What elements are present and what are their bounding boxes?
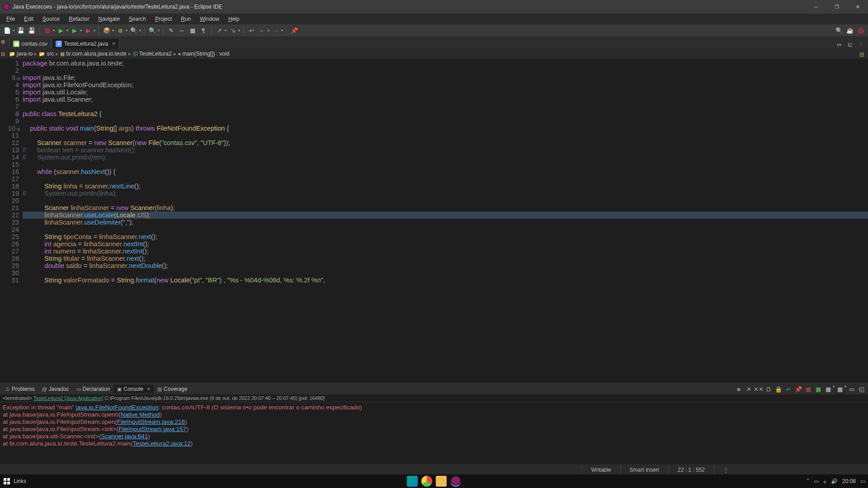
view-tab-coverage[interactable]: ▨Coverage	[154, 385, 191, 393]
code-line[interactable]	[23, 197, 868, 204]
code-line[interactable]	[23, 269, 868, 277]
tray-notifications-icon[interactable]: ▭	[860, 478, 865, 484]
breadcrumb-java-io[interactable]: 📁java-io	[9, 51, 33, 57]
code-line[interactable]: String titular = linhaScanner.next();	[23, 255, 868, 262]
stacktrace-link[interactable]: FileInputStream.java:216	[117, 418, 185, 425]
code-line[interactable]: // System.out.println(linha);	[23, 190, 868, 197]
breadcrumb-main-string-void[interactable]: ●main(String[]) : void	[178, 51, 230, 57]
menu-project[interactable]: Project	[151, 15, 175, 23]
console-stop-icon[interactable]: ■	[734, 385, 743, 394]
console-remove-icon[interactable]: ✕	[744, 385, 753, 394]
quick-access-icon[interactable]: 🔍	[835, 26, 844, 35]
minimize-button[interactable]: ─	[806, 0, 826, 14]
code-line[interactable]: import java.util.Locale;	[23, 89, 868, 96]
code-editor[interactable]: 123⊖45678910⊖111213141516171819202122232…	[0, 59, 868, 383]
new-class-icon[interactable]: ⊕	[116, 26, 125, 35]
view-tab-problems[interactable]: ⚠Problems	[2, 385, 38, 393]
menu-search[interactable]: Search	[125, 15, 150, 23]
breadcrumb-testeleitura2[interactable]: ⒸTesteLeitura2	[133, 51, 172, 57]
code-line[interactable]	[23, 103, 868, 110]
tray-volume-icon[interactable]: 🔊	[831, 478, 838, 484]
code-line[interactable]: Scanner scanner = new Scanner(new File("…	[23, 139, 868, 146]
block-sel-icon[interactable]: ▦	[188, 26, 197, 35]
console-wrap-icon[interactable]: ↵	[784, 385, 793, 394]
code-line[interactable]: import java.io.File;	[23, 74, 868, 81]
next-annotation-icon[interactable]: ↗	[215, 26, 224, 35]
console-display-icon[interactable]: ▦	[824, 385, 833, 394]
console-scroll-lock-icon[interactable]: 🔒	[774, 385, 783, 394]
console-open-icon[interactable]: ▦	[814, 385, 823, 394]
menu-refactor[interactable]: Refactor	[65, 15, 93, 23]
code-line[interactable]: String valorFormatado = String.format(ne…	[23, 277, 868, 284]
code-line[interactable]: String linha = scanner.nextLine();	[23, 183, 868, 190]
console-clear-icon[interactable]: 🗋	[764, 385, 773, 394]
breadcrumb-src[interactable]: 📂src	[39, 51, 54, 57]
view-tab-declaration[interactable]: ▭Declaration	[73, 385, 114, 393]
tab-close-icon[interactable]: ×	[147, 386, 150, 392]
code-line[interactable]	[23, 175, 868, 183]
breadcrumb-br-com-alura-java-io-teste[interactable]: ▦br.com.alura.java.io.teste	[60, 51, 126, 57]
console-pin-icon[interactable]: 📌	[794, 385, 803, 394]
menu-run[interactable]: Run	[177, 15, 194, 23]
last-edit-icon[interactable]: ↩	[247, 26, 256, 35]
menu-navigate[interactable]: Navigate	[94, 15, 123, 23]
taskbar-app-explorer[interactable]	[436, 476, 447, 487]
search-icon[interactable]: 🔍	[148, 26, 157, 35]
code-line[interactable]: // boolean tem = scanner.hasNext();	[23, 146, 868, 154]
open-type-icon[interactable]: 🔍	[129, 26, 138, 35]
breadcrumb-toggle-icon[interactable]: ⊟	[1, 51, 5, 57]
maximize-view-icon[interactable]: ◱	[845, 40, 854, 49]
stacktrace-link[interactable]: TesteLeitura2.java:12	[132, 440, 190, 447]
saveall-icon[interactable]: 💾	[27, 26, 36, 35]
menu-file[interactable]: File	[3, 15, 19, 23]
stacktrace-link[interactable]: java.io.FileNotFoundException	[76, 404, 159, 411]
back-icon[interactable]: ←	[258, 26, 267, 35]
menu-edit[interactable]: Edit	[20, 15, 37, 23]
view-tab-javadoc[interactable]: @Javadoc	[38, 385, 73, 393]
view-max-icon[interactable]: ◱	[857, 385, 866, 394]
console-process-link[interactable]: TesteLeitura2 [Java Application]	[33, 395, 104, 401]
prev-annotation-icon[interactable]: ↘	[228, 26, 237, 35]
tab-close-icon[interactable]: ×	[112, 41, 115, 47]
code-line[interactable]: int numero = linhaScanner.nextInt();	[23, 248, 868, 255]
editor-tab-testeleitura2-java[interactable]: JTesteLeitura2.java×	[52, 38, 119, 49]
pin-icon[interactable]: 📌	[290, 26, 299, 35]
code-line[interactable]: import java.io.FileNotFoundException;	[23, 81, 868, 89]
code-line[interactable]	[23, 67, 868, 74]
link-editor-icon[interactable]: ⊟	[857, 50, 866, 59]
code-line[interactable]: // System.out.println(tem);	[23, 154, 868, 161]
perspective-debug-icon[interactable]: 🐞	[856, 26, 865, 35]
new-package-icon[interactable]: 📦	[102, 26, 111, 35]
debug-icon[interactable]: 🐞	[43, 26, 52, 35]
code-line[interactable]	[23, 226, 868, 233]
menu-window[interactable]: Window	[196, 15, 223, 23]
view-min-icon[interactable]: ▭	[847, 385, 856, 394]
wand-icon[interactable]: ✎	[166, 26, 175, 35]
coverage-icon[interactable]: ▶	[70, 26, 79, 35]
console-show-sel-icon[interactable]: ▦	[804, 385, 813, 394]
menu-source[interactable]: Source	[39, 15, 63, 23]
tray-battery-icon[interactable]: ▭	[814, 478, 819, 484]
code-line[interactable]: package br.com.alura.java.io.teste;	[23, 60, 868, 67]
code-line[interactable]: linhaScanner.useLocale(Locale.US);	[23, 211, 868, 219]
new-icon[interactable]: 📄	[3, 26, 12, 35]
taskbar-app-eclipse[interactable]	[450, 476, 461, 487]
ext-tools-icon[interactable]: ▶	[84, 26, 93, 35]
code-line[interactable]: import java.util.Scanner;	[23, 96, 868, 103]
package-explorer-icon[interactable]: ⊞	[1, 39, 5, 45]
maximize-button[interactable]: ❐	[826, 0, 847, 14]
code-line[interactable]	[23, 161, 868, 168]
perspective-java-icon[interactable]: ☕	[845, 26, 854, 35]
close-button[interactable]: ✕	[847, 0, 868, 14]
console-output[interactable]: Exception in thread "main" java.io.FileN…	[0, 402, 868, 465]
console-new-icon[interactable]: ▦	[835, 385, 844, 394]
tray-clock[interactable]: 20:08	[842, 478, 856, 484]
run-icon[interactable]: ▶	[57, 26, 66, 35]
taskbar-app-chrome[interactable]	[421, 476, 432, 487]
start-button[interactable]	[3, 477, 11, 485]
tray-wifi-icon[interactable]: ⏚	[823, 478, 826, 484]
taskbar-app-edge[interactable]	[407, 476, 418, 487]
view-menu-icon[interactable]: ⋮	[856, 40, 865, 49]
code-line[interactable]	[23, 132, 868, 139]
view-tab-console[interactable]: ▣Console×	[113, 385, 154, 393]
